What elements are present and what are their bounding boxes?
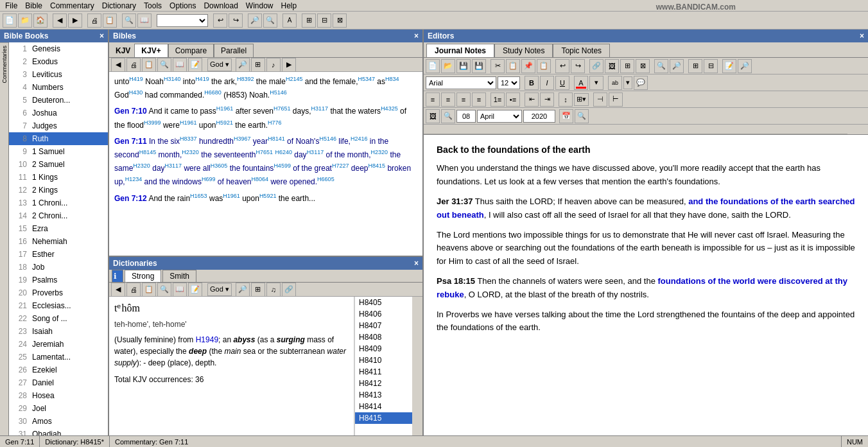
god-dropdown[interactable]: God ▾ [207,58,232,71]
toolbar-search[interactable]: 🔍 [122,13,136,28]
font-size-select[interactable]: 12 [498,76,520,89]
et-open[interactable]: 📂 [441,59,455,73]
toolbar-home[interactable]: 🏠 [33,13,48,28]
toolbar-zoom-in[interactable]: 🔎 [248,13,262,28]
book-item-deuteron...[interactable]: 5Deuteron... [9,94,108,107]
de-calendar[interactable]: 📅 [559,109,573,123]
et-save2[interactable]: 💾 [472,59,486,73]
format-bold[interactable]: B [525,76,539,90]
et-extra1[interactable]: ⊞ [620,59,634,73]
toolbar-forward[interactable]: ▶ [68,13,82,28]
book-item-numbers[interactable]: 4Numbers [9,81,108,94]
format-underline[interactable]: U [555,76,569,90]
dt-img[interactable]: 🖼 [426,109,440,123]
et-find[interactable]: 🔍 [654,59,668,73]
list-bullet[interactable]: •≡ [506,92,520,107]
book-item-joel[interactable]: 29Joel [9,402,108,415]
toolbar-extra3[interactable]: ⊠ [333,13,347,28]
dt-search[interactable]: 🔍 [157,283,171,297]
bt-back[interactable]: ◀ [111,58,125,72]
book-item-isaiah[interactable]: 23Isaiah [9,325,108,338]
bt-zoom-in[interactable]: 🔎 [236,58,250,72]
verse-ref-712[interactable]: Gen 7:12 [114,194,147,203]
strongs-item-H8409[interactable]: H8409 [355,343,412,355]
book-item-psalms[interactable]: 19Psalms [9,274,108,286]
para-right[interactable]: ≡ [456,92,471,107]
book-item-1-kings[interactable]: 111 Kings [9,171,108,184]
editors-close[interactable]: × [860,31,864,40]
bt-highlight[interactable]: ▶ [282,58,296,72]
et-merge[interactable]: ⊟ [704,59,718,73]
list-num[interactable]: 1≡ [490,92,505,107]
book-item-hosea[interactable]: 28Hosea [9,389,108,402]
toolbar-extra1[interactable]: ⊞ [302,13,316,28]
book-item-genesis[interactable]: 1Genesis [9,42,108,55]
dt-print[interactable]: 🖨 [126,283,141,297]
toolbar-extra2[interactable]: ⊟ [317,13,331,28]
dict-tab-smith[interactable]: Smith [162,270,196,282]
menu-file[interactable]: File [1,0,21,12]
bt-search[interactable]: 🔍 [157,58,171,72]
et-cut[interactable]: ✂ [490,59,505,73]
bible-content[interactable]: untoH419 NoahH3140 intoH419 the ark,H839… [109,72,422,256]
book-item-1-chroni...[interactable]: 131 Chroni... [9,197,108,209]
para-left[interactable]: ≡ [426,92,440,107]
bible-tab-kjvplus[interactable]: KJV+ [134,44,168,57]
dt-copy[interactable]: 📋 [142,283,156,297]
commentaries-tab[interactable]: Commentaries [0,42,8,86]
et-img[interactable]: 🖼 [605,59,619,73]
para-indent1[interactable]: ⊣ [593,92,607,107]
toolbar-highlight[interactable]: A [282,13,297,28]
bt-print[interactable]: 🖨 [126,58,141,72]
strongs-item-H8411[interactable]: H8411 [355,366,412,378]
format-highlight[interactable]: ▾ [589,76,603,90]
strongs-item-H8406[interactable]: H8406 [355,308,412,320]
et-save[interactable]: 💾 [456,59,471,73]
toolbar-zoom-out[interactable]: 🔍 [263,13,277,28]
et-note[interactable]: 📝 [722,59,736,73]
book-item-ezekiel[interactable]: 26Ezekiel [9,364,108,376]
para-center[interactable]: ≡ [441,92,455,107]
menu-tools[interactable]: Tools [140,0,166,12]
toolbar-print[interactable]: 🖨 [87,13,101,28]
et-paste[interactable]: 📌 [521,59,535,73]
toolbar-copy[interactable]: 📋 [103,13,117,28]
menu-commentary[interactable]: Commentary [46,0,98,12]
strongs-item-H8405[interactable]: H8405 [355,297,412,308]
et-zoom[interactable]: 🔎 [738,59,752,73]
et-paste2[interactable]: 📋 [537,59,551,73]
book-item-song-of-...[interactable]: 22Song of ... [9,312,108,325]
bt-notes[interactable]: 📝 [188,58,202,72]
toolbar-redo[interactable]: ↪ [229,13,243,28]
bt-audio[interactable]: ♪ [266,58,281,72]
et-copy[interactable]: 📋 [506,59,520,73]
format-comment[interactable]: 💬 [634,76,648,90]
et-replace[interactable]: 🔎 [670,59,684,73]
menu-bible[interactable]: Bible [21,0,46,12]
et-undo[interactable]: ↩ [555,59,569,73]
dt-audio[interactable]: ♫ [266,283,281,297]
et-link[interactable]: 🔗 [589,59,603,73]
editor-tab-topic[interactable]: Topic Notes [553,44,610,57]
book-item-judges[interactable]: 7Judges [9,119,108,132]
strongs-item-H8414[interactable]: H8414 [355,401,412,412]
toolbar-back[interactable]: ◀ [53,13,67,28]
book-item-obadiah[interactable]: 31Obadiah [9,428,108,435]
bible-tab-compare[interactable]: Compare [168,44,214,57]
bt-layout[interactable]: ⊞ [251,58,265,72]
bibles-close[interactable]: × [414,31,419,40]
book-item-ezra[interactable]: 15Ezra [9,222,108,235]
book-item-esther[interactable]: 17Esther [9,248,108,261]
toolbar-book-select[interactable] [157,14,208,27]
dt-notes[interactable]: 📝 [188,283,202,297]
strongs-item-H8412[interactable]: H8412 [355,378,412,389]
book-item-leviticus[interactable]: 3Leviticus [9,68,108,81]
strongs-item-H8413[interactable]: H8413 [355,389,412,401]
book-item-ecclesias...[interactable]: 21Ecclesias... [9,299,108,312]
menu-window[interactable]: Window [242,0,277,12]
dict-tab-info[interactable]: ℹ [112,270,123,282]
book-item-lamentat...[interactable]: 25Lamentat... [9,351,108,364]
book-item-nehemiah[interactable]: 16Nehemiah [9,235,108,248]
format-italic[interactable]: I [540,76,554,90]
para-justify[interactable]: ≡ [472,92,486,107]
